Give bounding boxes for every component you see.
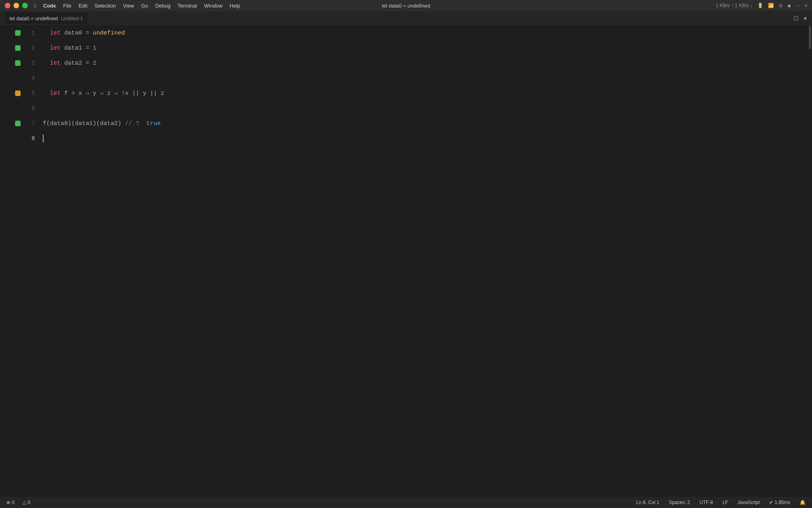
arg-data2: data2 <box>100 120 118 127</box>
list-icon[interactable]: ≡ <box>804 3 807 8</box>
line-indicator-2 <box>15 45 21 51</box>
language-mode[interactable]: JavaScript <box>736 500 761 505</box>
result-true: true <box>139 120 161 127</box>
var-data1: data1 <box>61 45 86 52</box>
menu-terminal[interactable]: Terminal <box>178 3 197 9</box>
arg-data0: data0 <box>50 120 68 127</box>
menu-debug[interactable]: Debug <box>155 3 170 9</box>
keyword-let-5: let <box>50 90 61 97</box>
func-call-f: f <box>43 120 46 127</box>
language-text: JavaScript <box>737 500 760 505</box>
param-z: z <box>103 90 114 97</box>
op-eq-2: = <box>86 45 89 52</box>
gutter-row-2 <box>0 40 24 56</box>
status-left: ⊗ 0 △ 0 <box>5 500 32 505</box>
scrollbar-thumb[interactable] <box>809 25 811 49</box>
line-indicator-7 <box>15 121 21 126</box>
scrollbar[interactable] <box>807 25 812 497</box>
search-icon[interactable]: ⊘ <box>779 3 783 8</box>
op-eq-1: = <box>86 30 89 37</box>
not-x: !x <box>118 90 128 97</box>
warning-number: 0 <box>28 500 31 505</box>
apple-menu[interactable]:  <box>34 3 36 9</box>
keyword-let-3: let <box>50 60 61 67</box>
gutter-row-1 <box>0 25 24 40</box>
menu-help[interactable]: Help <box>230 3 240 9</box>
tabbar: let data0 = undefined Untitled-1 ⊡ ● <box>0 11 812 25</box>
menu-file[interactable]: File <box>63 3 71 9</box>
line-num-2: 2 <box>24 40 40 56</box>
tab-dot: ● <box>803 15 807 22</box>
more-icon[interactable]: ··· <box>796 3 800 8</box>
line-num-6: 6 <box>24 101 40 116</box>
encoding-text: UTF-8 <box>699 500 713 505</box>
line-num-4: 4 <box>24 71 40 86</box>
battery-icon: 🔋 <box>757 3 763 8</box>
window-title: let data0 = undefined <box>382 3 430 9</box>
statusbar: ⊗ 0 △ 0 Ln 8, Col 1 Spaces: 2 UTF-8 LF J… <box>0 497 812 508</box>
gutter-row-5 <box>0 86 24 101</box>
code-line-5: let f = x ⇒ y ⇒ z ⇒ !x || y || z <box>43 86 807 101</box>
body-y: y <box>143 90 146 97</box>
menu-code[interactable]: Code <box>43 3 56 9</box>
error-count[interactable]: ⊗ 0 <box>5 500 16 505</box>
paren-close-3: ) <box>118 120 121 127</box>
arrow-1: ⇒ <box>86 90 89 97</box>
line-num-3: 3 <box>24 56 40 71</box>
menu-window[interactable]: Window <box>204 3 222 9</box>
line-num-8: 8 <box>24 131 40 146</box>
gutter-row-8 <box>0 131 24 146</box>
gutter-row-7 <box>0 116 24 131</box>
paren-close-1: )( <box>68 120 75 127</box>
active-tab[interactable]: let data0 = undefined Untitled-1 <box>5 12 88 24</box>
menu-view[interactable]: View <box>123 3 134 9</box>
arrow-3: ⇒ <box>114 90 118 97</box>
code-line-7: f ( data0 )( data1 )( data2 ) // ? true <box>43 116 807 131</box>
cursor-position[interactable]: Ln 8, Col 1 <box>635 500 661 505</box>
pipe-2: || <box>146 90 161 97</box>
keyword-let-2: let <box>50 45 61 52</box>
wifi-icon: 📶 <box>768 3 774 8</box>
arg-data1: data1 <box>75 120 93 127</box>
close-button[interactable] <box>5 3 10 8</box>
bell-icon: 🔔 <box>800 500 806 505</box>
line-numbers: 1 2 3 4 5 6 7 8 <box>24 25 40 497</box>
editor: 1 2 3 4 5 6 7 8 let data0 = undefined le… <box>0 25 812 497</box>
perf-info[interactable]: ✔ 1.85ms <box>768 500 792 505</box>
comment-q: // ? <box>121 120 139 127</box>
line-ending-text: LF <box>722 500 728 505</box>
spaces-text: Spaces: 2 <box>669 500 690 505</box>
body-z: z <box>161 90 164 97</box>
warning-icon: △ <box>23 500 26 505</box>
code-line-3: let data2 = 2 <box>43 56 807 71</box>
code-area[interactable]: let data0 = undefined let data1 = 1 let … <box>40 25 807 497</box>
indentation[interactable]: Spaces: 2 <box>667 500 691 505</box>
warning-count[interactable]: △ 0 <box>21 500 32 505</box>
tab-subtitle: Untitled-1 <box>61 15 83 21</box>
maximize-button[interactable] <box>22 3 28 8</box>
menu-go[interactable]: Go <box>141 3 148 9</box>
tab-title: let data0 = undefined <box>10 15 58 21</box>
line-num-1: 1 <box>24 25 40 40</box>
line-indicator-3 <box>15 60 21 66</box>
position-text: Ln 8, Col 1 <box>636 500 659 505</box>
finder-icon: ◆ <box>787 3 791 8</box>
var-f: f <box>61 90 71 97</box>
split-editor-icon[interactable]: ⊡ <box>793 14 799 22</box>
menu-selection[interactable]: Selection <box>95 3 116 9</box>
line-ending[interactable]: LF <box>721 500 730 505</box>
menu-edit[interactable]: Edit <box>79 3 87 9</box>
gutter-row-4 <box>0 71 24 86</box>
tabbar-right-controls: ⊡ ● <box>793 14 807 22</box>
titlebar-right-controls: 1 KB/s ↑ 1 KB/s ↓ 🔋 📶 ⊘ ◆ ··· ≡ <box>716 3 807 8</box>
network-icon: 1 KB/s ↑ 1 KB/s ↓ <box>716 3 753 8</box>
traffic-lights <box>5 3 28 8</box>
code-line-6 <box>43 101 807 116</box>
code-line-1: let data0 = undefined <box>43 25 807 40</box>
minimize-button[interactable] <box>13 3 19 8</box>
val-undefined: undefined <box>89 30 125 37</box>
encoding[interactable]: UTF-8 <box>698 500 714 505</box>
notifications-icon[interactable]: 🔔 <box>798 500 807 505</box>
val-1: 1 <box>89 45 96 52</box>
perf-text: ✔ 1.85ms <box>769 500 790 505</box>
